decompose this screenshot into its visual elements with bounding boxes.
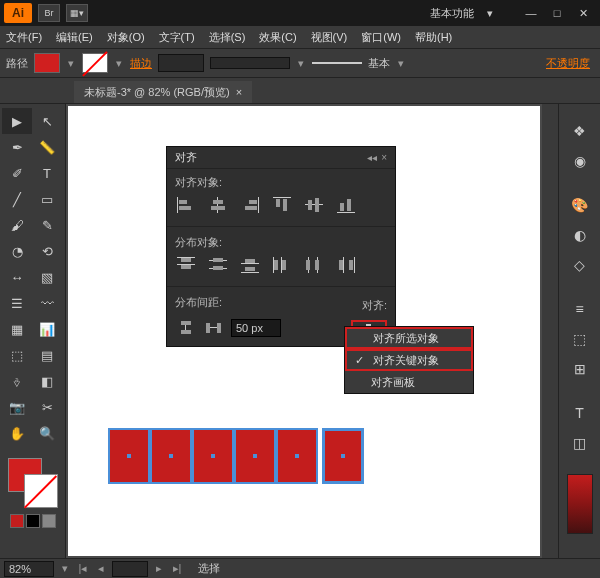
eraser-tool[interactable]: ⟲ [32,238,62,264]
artboard-number-field[interactable] [112,561,148,577]
transparency-panel-icon[interactable]: ⊞ [566,356,594,382]
distribute-h-spacing-button[interactable] [203,319,225,337]
align-top-button[interactable] [271,196,293,214]
vertical-scrollbar[interactable] [542,104,558,558]
brush-preview[interactable] [312,62,362,64]
slice-tool[interactable]: 🔍 [32,420,62,446]
maximize-button[interactable]: □ [544,3,570,23]
gradient-panel-icon[interactable]: ⬚ [566,326,594,352]
eyedropper-tool[interactable]: ⎀ [2,368,32,394]
align-bottom-button[interactable] [335,196,357,214]
color-mode-button[interactable] [10,514,24,528]
symbol-sprayer-tool[interactable]: 📷 [2,394,32,420]
stroke-profile[interactable] [210,57,290,69]
stroke-indicator[interactable] [24,474,58,508]
key-object-rectangle[interactable] [322,428,364,484]
magic-wand-tool[interactable]: ✒ [2,134,32,160]
distribute-right-button[interactable] [335,256,357,274]
stroke-dropdown-icon[interactable]: ▾ [114,53,124,73]
minimize-button[interactable]: — [518,3,544,23]
bridge-button[interactable]: Br [38,4,60,22]
distribute-top-button[interactable] [175,256,197,274]
color-spectrum[interactable] [567,474,593,534]
gradient-tool[interactable]: ▤ [32,342,62,368]
scale-tool[interactable]: ▧ [32,264,62,290]
width-tool[interactable]: ☰ [2,290,32,316]
selected-rectangle[interactable] [234,428,276,484]
align-to-artboard-item[interactable]: 对齐画板 [345,371,473,393]
shape-builder-tool[interactable]: ▦ [2,316,32,342]
menu-file[interactable]: 文件(F) [6,30,42,45]
mesh-tool[interactable]: ⬚ [2,342,32,368]
spacing-value-field[interactable]: 50 px [231,319,281,337]
pen-tool[interactable]: ✐ [2,160,32,186]
graphic-styles-panel-icon[interactable]: ◫ [566,430,594,456]
close-window-button[interactable]: ✕ [570,3,596,23]
panel-close-icon[interactable]: × [381,152,387,163]
color-guide-panel-icon[interactable]: ◉ [566,148,594,174]
align-to-selection-item[interactable]: 对齐所选对象 [345,327,473,349]
swatches-panel-icon[interactable]: 🎨 [566,192,594,218]
zoom-dropdown-icon[interactable]: ▾ [58,561,72,577]
fill-swatch[interactable] [34,53,60,73]
pencil-tool[interactable]: ✎ [32,212,62,238]
direct-selection-tool[interactable]: ↖ [32,108,62,134]
distribute-bottom-button[interactable] [239,256,261,274]
menu-effect[interactable]: 效果(C) [259,30,296,45]
fill-dropdown-icon[interactable]: ▾ [66,53,76,73]
none-mode-button[interactable] [42,514,56,528]
canvas[interactable]: 对齐 ◂◂ × 对齐对象: 分布对象: [68,106,540,556]
artboard-next-icon[interactable]: ▸ [152,561,166,577]
stroke-swatch[interactable] [82,53,108,73]
blend-tool[interactable]: ◧ [32,368,62,394]
distribute-left-button[interactable] [271,256,293,274]
tab-close-icon[interactable]: × [236,86,242,98]
artboard-tool[interactable]: ✋ [2,420,32,446]
workspace-label[interactable]: 基本功能 [430,6,474,21]
free-transform-tool[interactable]: 〰 [32,290,62,316]
line-tool[interactable]: ╱ [2,186,32,212]
align-panel-tab[interactable]: 对齐 ◂◂ × [167,147,395,169]
distribute-vcenter-button[interactable] [207,256,229,274]
brushes-panel-icon[interactable]: ◐ [566,222,594,248]
artboard-first-icon[interactable]: |◂ [76,561,90,577]
menu-object[interactable]: 对象(O) [107,30,145,45]
symbols-panel-icon[interactable]: ◇ [566,252,594,278]
gradient-mode-button[interactable] [26,514,40,528]
brush-dropdown-icon[interactable]: ▾ [396,53,406,73]
paintbrush-tool[interactable]: 🖌 [2,212,32,238]
menu-window[interactable]: 窗口(W) [361,30,401,45]
workspace-dropdown-icon[interactable]: ▾ [482,5,498,21]
color-panel-icon[interactable]: ❖ [566,118,594,144]
panel-collapse-icon[interactable]: ◂◂ [367,152,377,163]
align-vcenter-button[interactable] [303,196,325,214]
selected-rectangle[interactable] [108,428,150,484]
selected-rectangle[interactable] [150,428,192,484]
column-graph-tool[interactable]: ✂ [32,394,62,420]
stroke-weight-field[interactable] [158,54,204,72]
blob-brush-tool[interactable]: ◔ [2,238,32,264]
selected-objects[interactable] [108,428,364,484]
stroke-panel-icon[interactable]: ≡ [566,296,594,322]
distribute-hcenter-button[interactable] [303,256,325,274]
align-to-key-object-item[interactable]: ✓ 对齐关键对象 [345,349,473,371]
align-hcenter-button[interactable] [207,196,229,214]
appearance-panel-icon[interactable]: T [566,400,594,426]
artboard-prev-icon[interactable]: ◂ [94,561,108,577]
rotate-tool[interactable]: ↔ [2,264,32,290]
document-tab[interactable]: 未标题-3* @ 82% (RGB/预览) × [74,81,252,103]
lasso-tool[interactable]: 📏 [32,134,62,160]
perspective-grid-tool[interactable]: 📊 [32,316,62,342]
menu-select[interactable]: 选择(S) [209,30,246,45]
arrange-documents-button[interactable]: ▦▾ [66,4,88,22]
align-left-button[interactable] [175,196,197,214]
zoom-field[interactable]: 82% [4,561,54,577]
align-right-button[interactable] [239,196,261,214]
opacity-link[interactable]: 不透明度 [546,56,590,71]
menu-type[interactable]: 文字(T) [159,30,195,45]
selected-rectangle[interactable] [276,428,318,484]
selection-tool[interactable]: ▶ [2,108,32,134]
artboard-last-icon[interactable]: ▸| [170,561,184,577]
selected-rectangle[interactable] [192,428,234,484]
fill-stroke-indicator[interactable] [8,458,58,508]
